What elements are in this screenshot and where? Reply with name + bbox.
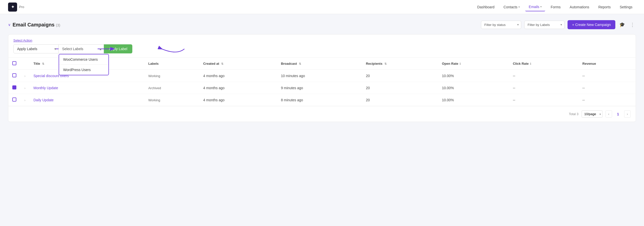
labels-select[interactable]: Select Labels	[59, 44, 104, 53]
row3-checkbox[interactable]	[12, 98, 16, 102]
row2-campaign-link[interactable]: Monthly Update	[33, 86, 58, 90]
campaign-count: (3)	[56, 23, 60, 27]
th-recipients: Recipients ⇅	[362, 58, 438, 70]
row2-created-cell: 4 months ago	[199, 82, 277, 94]
logo-icon: ✦	[8, 3, 17, 12]
th-broadcast: Broadcast ⇅	[277, 58, 362, 70]
title-sort-icon[interactable]: ⇅	[42, 62, 44, 65]
row2-labels-cell: Archived	[144, 82, 199, 94]
row2-recipients-cell: 20	[362, 82, 438, 94]
action-select[interactable]: Apply Labels	[13, 44, 59, 53]
row2-open-rate-cell: 10.00%	[438, 82, 509, 94]
total-count: Total 3	[569, 112, 578, 116]
page-header: ∨ Email Campaigns (3) Filter by status F…	[8, 20, 636, 29]
nav-item-contacts[interactable]: Contacts ▾	[500, 3, 523, 11]
action-controls: Apply Labels	[13, 44, 631, 53]
row2-checkbox-cell	[8, 82, 20, 94]
row1-checkbox-cell	[8, 70, 20, 82]
th-created-at: Created at ⇅	[199, 58, 277, 70]
row1-expand-cell: ›	[20, 70, 29, 82]
page-title-area: ∨ Email Campaigns (3)	[8, 22, 481, 28]
pagination-row: Total 3 10/page 20/page 50/page ‹ 1 ›	[8, 106, 636, 122]
select-action-label: Select Action	[13, 39, 631, 42]
th-click-rate: Click Rate ℹ	[509, 58, 578, 70]
row3-click-rate-cell: --	[509, 94, 578, 106]
per-page-select[interactable]: 10/page 20/page 50/page	[582, 110, 602, 118]
filter-labels-wrap: Filter by Labels	[524, 21, 565, 29]
per-page-wrap: 10/page 20/page 50/page	[582, 110, 602, 118]
nav-item-dashboard[interactable]: Dashboard	[474, 3, 498, 11]
apply-label-button[interactable]: Apply Label	[104, 44, 132, 53]
page-title: Email Campaigns (3)	[13, 22, 60, 28]
top-navigation: ✦ Pro Dashboard Contacts ▾ Emails ▾ Form…	[0, 0, 644, 14]
create-campaign-button[interactable]: + Create New Campaign	[568, 20, 615, 29]
th-revenue: Revenue	[578, 58, 636, 70]
dropdown-item-woocommerce[interactable]: WooCommerce Users	[59, 54, 108, 64]
row2-click-rate-cell: --	[509, 82, 578, 94]
row3-campaign-link[interactable]: Daily Update	[33, 98, 54, 102]
row3-labels: Working	[148, 98, 160, 102]
row1-revenue-cell: --	[578, 70, 636, 82]
click-rate-info-icon: ℹ	[530, 62, 531, 65]
row3-expand-cell: ›	[20, 94, 29, 106]
filter-labels-select[interactable]: Filter by Labels	[524, 21, 565, 29]
labels-select-wrap: Select Labels	[59, 44, 104, 53]
collapse-icon[interactable]: ∨	[8, 23, 11, 27]
th-open-rate: Open Rate ℹ	[438, 58, 509, 70]
more-options-button[interactable]: ⋮	[629, 21, 636, 29]
row3-labels-cell: Working	[144, 94, 199, 106]
nav-item-reports[interactable]: Reports	[595, 3, 614, 11]
th-expand	[20, 58, 29, 70]
nav-item-settings[interactable]: Settings	[616, 3, 636, 11]
recipients-sort-icon[interactable]: ⇅	[384, 62, 387, 65]
graduate-icon-button[interactable]: 🎓	[618, 21, 626, 28]
th-labels: Labels	[144, 58, 199, 70]
row2-checkbox[interactable]	[12, 85, 16, 89]
row3-broadcast-cell: 8 minutes ago	[277, 94, 362, 106]
next-page-button[interactable]: ›	[624, 110, 631, 118]
logo-pro-label: Pro	[19, 5, 24, 9]
filter-status-select[interactable]: Filter by status	[481, 21, 521, 29]
row3-recipients-cell: 20	[362, 94, 438, 106]
row2-labels: Archived	[148, 86, 161, 90]
open-rate-info-icon: ℹ	[460, 62, 461, 65]
row2-revenue-cell: --	[578, 82, 636, 94]
row1-labels-cell: Working	[144, 70, 199, 82]
contacts-chevron-icon: ▾	[518, 6, 520, 8]
prev-page-button[interactable]: ‹	[606, 110, 612, 118]
row2-expand-button[interactable]: ›	[24, 86, 25, 90]
row1-recipients-cell: 20	[362, 70, 438, 82]
nav-item-automations[interactable]: Automations	[566, 3, 593, 11]
row3-open-rate-cell: 10.00%	[438, 94, 509, 106]
nav-item-forms[interactable]: Forms	[547, 3, 564, 11]
row3-checkbox-cell	[8, 94, 20, 106]
row3-revenue-cell: --	[578, 94, 636, 106]
table-row: › Daily Update Working 4 months ago 8 mi	[8, 94, 636, 106]
arrow-to-apply-btn	[157, 41, 187, 56]
table-row: › Monthly Update Archived 4 months ago 9	[8, 82, 636, 94]
select-all-checkbox[interactable]	[12, 61, 16, 65]
row1-open-rate-cell: 10.00%	[438, 70, 509, 82]
row3-title-cell: Daily Update	[29, 94, 144, 106]
broadcast-sort-icon[interactable]: ⇅	[299, 62, 301, 65]
row3-expand-button[interactable]: ›	[24, 99, 25, 102]
row1-broadcast-cell: 10 minutes ago	[277, 70, 362, 82]
row1-labels: Working	[148, 74, 160, 78]
campaigns-card: Select Action Apply Labels	[8, 34, 636, 122]
action-controls-wrapper: Apply Labels	[13, 44, 631, 53]
filter-status-wrap: Filter by status	[481, 21, 521, 29]
header-actions: Filter by status Filter by Labels + Crea…	[481, 20, 636, 29]
row1-checkbox[interactable]	[12, 73, 16, 77]
labels-dropdown-menu: WooCommerce Users WordPress Users	[59, 54, 109, 75]
emails-chevron-icon: ▾	[540, 5, 542, 8]
main-content: ∨ Email Campaigns (3) Filter by status F…	[0, 14, 644, 226]
logo-area: ✦ Pro	[8, 3, 24, 12]
nav-item-emails[interactable]: Emails ▾	[525, 3, 545, 11]
row1-expand-button[interactable]: ›	[24, 74, 25, 78]
dropdown-item-wordpress[interactable]: WordPress Users	[59, 64, 108, 75]
row2-expand-cell: ›	[20, 82, 29, 94]
row1-click-rate-cell: --	[509, 70, 578, 82]
created-sort-icon[interactable]: ⇅	[221, 62, 223, 65]
nav-links: Dashboard Contacts ▾ Emails ▾ Forms Auto…	[474, 3, 636, 11]
action-select-wrap: Apply Labels	[13, 44, 59, 53]
